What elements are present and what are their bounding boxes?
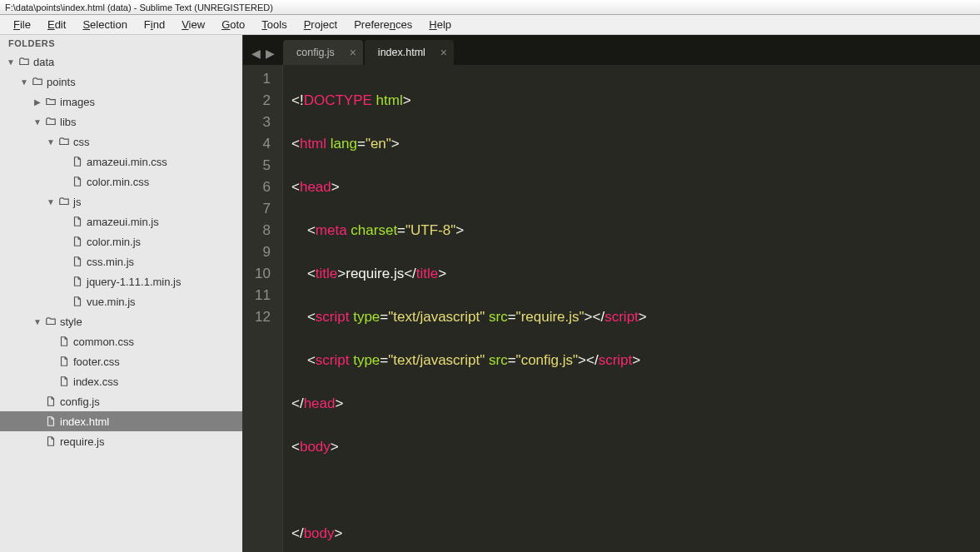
folder-open-icon xyxy=(57,136,72,147)
folder-open-icon xyxy=(43,316,58,327)
tree-file[interactable]: ▶color.min.js xyxy=(0,231,242,251)
file-icon xyxy=(70,236,85,247)
close-icon[interactable]: × xyxy=(440,46,447,59)
menu-tools[interactable]: Tools xyxy=(253,17,295,32)
menu-file-label: ile xyxy=(20,18,31,31)
tree-file[interactable]: ▶css.min.js xyxy=(0,251,242,271)
tree-folder-data[interactable]: ▼ data xyxy=(0,52,242,72)
file-icon xyxy=(70,296,85,307)
folder-icon xyxy=(43,96,58,107)
sidebar-title: FOLDERS xyxy=(0,35,242,52)
chevron-down-icon[interactable]: ▼ xyxy=(32,117,43,127)
tree-file-index-html[interactable]: ▶index.html xyxy=(0,411,242,431)
chevron-down-icon[interactable]: ▼ xyxy=(45,137,57,147)
file-icon xyxy=(70,216,85,227)
tree-folder-style[interactable]: ▼ style xyxy=(0,311,242,331)
tree-folder-images[interactable]: ▶ images xyxy=(0,92,242,112)
menu-preferences[interactable]: Preferences xyxy=(346,17,420,32)
sidebar: FOLDERS ▼ data ▼ points ▶ images ▼ libs xyxy=(0,35,243,552)
file-icon xyxy=(57,336,72,347)
tree-file[interactable]: ▶vue.min.js xyxy=(0,291,242,311)
tab-label: config.js xyxy=(296,47,335,58)
tree-folder-points[interactable]: ▼ points xyxy=(0,72,242,92)
tree-file[interactable]: ▶jquery-1.11.1.min.js xyxy=(0,271,242,291)
menu-selection[interactable]: Selection xyxy=(74,17,135,32)
folder-open-icon xyxy=(17,56,32,67)
tree-folder-js[interactable]: ▼ js xyxy=(0,191,242,211)
chevron-down-icon[interactable]: ▼ xyxy=(5,57,17,67)
window-titlebar: F:\data\points\index.html (data) - Subli… xyxy=(0,0,980,15)
file-icon xyxy=(57,356,72,367)
menu-goto[interactable]: Goto xyxy=(213,17,253,32)
tab-bar: ◀ ▶ config.js × index.html × xyxy=(243,35,980,65)
menu-project[interactable]: Project xyxy=(296,17,346,32)
menu-edit[interactable]: Edit xyxy=(39,17,74,32)
code-content[interactable]: <!DOCTYPE html> <html lang="en"> <head> … xyxy=(283,65,647,552)
tree-folder-css[interactable]: ▼ css xyxy=(0,132,242,152)
chevron-right-icon[interactable]: ▶ xyxy=(32,97,43,107)
menubar: File Edit Selection Find View Goto Tools… xyxy=(0,15,980,35)
nav-forward-icon[interactable]: ▶ xyxy=(266,47,275,60)
file-icon xyxy=(70,176,85,187)
menu-file[interactable]: File xyxy=(5,17,39,32)
file-icon xyxy=(70,276,85,287)
menu-view[interactable]: View xyxy=(173,17,213,32)
file-icon xyxy=(70,156,85,167)
chevron-down-icon[interactable]: ▼ xyxy=(45,197,57,206)
main-area: FOLDERS ▼ data ▼ points ▶ images ▼ libs xyxy=(0,35,980,552)
menu-help[interactable]: Help xyxy=(420,17,460,32)
tree-file[interactable]: ▶ color.min.css xyxy=(0,172,242,191)
folder-open-icon xyxy=(30,76,45,87)
tree-file[interactable]: ▶footer.css xyxy=(0,351,242,371)
tab-config-js[interactable]: config.js × xyxy=(283,40,363,65)
chevron-down-icon[interactable]: ▼ xyxy=(18,77,30,87)
tree-file-config[interactable]: ▶config.js xyxy=(0,391,242,411)
tree-folder-libs[interactable]: ▼ libs xyxy=(0,112,242,132)
file-icon xyxy=(57,375,72,387)
file-icon xyxy=(70,256,85,267)
tree-file[interactable]: ▶amazeui.min.js xyxy=(0,211,242,231)
line-gutter: 123 456 789 101112 xyxy=(243,65,283,552)
folder-open-icon xyxy=(57,196,72,207)
chevron-down-icon[interactable]: ▼ xyxy=(32,317,43,326)
tab-index-html[interactable]: index.html × xyxy=(365,40,454,65)
folder-open-icon xyxy=(43,116,58,127)
editor-pane: ◀ ▶ config.js × index.html × 123 456 789… xyxy=(243,35,980,552)
tree-file[interactable]: ▶common.css xyxy=(0,331,242,351)
tab-label: index.html xyxy=(378,47,425,58)
tree-file[interactable]: ▶index.css xyxy=(0,371,242,391)
file-icon xyxy=(43,395,58,407)
tree-file-require[interactable]: ▶require.js xyxy=(0,431,242,451)
code-editor[interactable]: 123 456 789 101112 <!DOCTYPE html> <html… xyxy=(243,65,980,552)
nav-back-icon[interactable]: ◀ xyxy=(251,47,261,60)
menu-find[interactable]: Find xyxy=(136,17,173,32)
file-icon xyxy=(43,435,58,447)
file-icon xyxy=(43,415,58,427)
window-title: F:\data\points\index.html (data) - Subli… xyxy=(5,2,273,12)
close-icon[interactable]: × xyxy=(350,46,356,59)
folder-tree: ▼ data ▼ points ▶ images ▼ libs ▼ xyxy=(0,52,242,552)
tree-file[interactable]: ▶ amazeui.min.css xyxy=(0,152,242,172)
